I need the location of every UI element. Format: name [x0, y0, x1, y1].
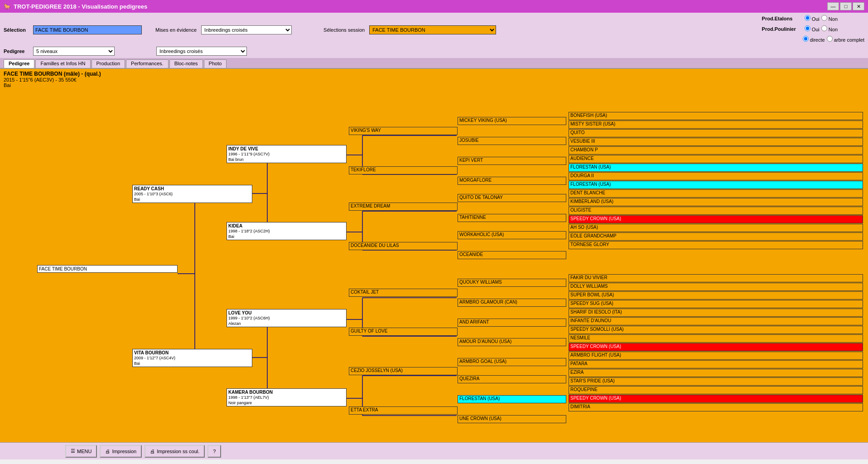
directe-row: directe arbre complet — [762, 36, 864, 43]
node-face-time-bourbon[interactable]: FACE TIME BOURBON — [37, 265, 178, 273]
node-tekiflore[interactable]: TEKIFLORE — [349, 166, 458, 174]
node-quito[interactable]: QUITO — [569, 129, 863, 137]
pedigree-content: FACE TIME BOURBON (mâle) - (qual.) 2015 … — [0, 69, 868, 459]
prod-poulinier-row: Prod.Poulinier Oui Non — [762, 25, 864, 32]
node-patara[interactable]: PATARA — [569, 360, 863, 368]
tabs-container: Pedigree Familles et Infos HN Production… — [0, 58, 868, 69]
node-kepi-vert[interactable]: KEPI VERT — [458, 157, 566, 165]
prod-etalons-oui-radio[interactable]: Oui — [805, 15, 820, 22]
node-speedy-sug[interactable]: SPEEDY SUG (USA) — [569, 300, 863, 308]
node-etta-extra[interactable]: ETTA EXTRA — [349, 406, 458, 415]
node-doceanide-du-lilas[interactable]: DOCEANIDE DU LILAS — [349, 242, 458, 250]
horse-year: 2015 - 1'15"6 (AEC3V) - 35 550€ — [4, 77, 101, 82]
toolbar-row1: Sélection Mises en évidence Inbreedings … — [0, 13, 868, 47]
node-speedy-crown-2[interactable]: SPEEDY CROWN (USA) — [569, 343, 863, 351]
node-armbro-goal[interactable]: ARMBRO GOAL (USA) — [458, 358, 566, 366]
toolbar-row2: Pedigree 5 niveaux Inbreedings croisés — [0, 47, 868, 58]
node-misty-sister[interactable]: MISTY SISTER (USA) — [569, 121, 863, 129]
arbre-complet-radio[interactable]: arbre complet — [827, 36, 864, 43]
impression-button[interactable]: 🖨 Impression — [100, 445, 142, 458]
node-armbro-glamour[interactable]: ARMBRO GLAMOUR (CAN) — [458, 299, 566, 307]
selection-input[interactable] — [33, 25, 142, 34]
node-stars-pride[interactable]: STAR'S PRIDE (USA) — [569, 377, 863, 386]
window-controls[interactable]: — □ ✕ — [827, 2, 864, 10]
node-vita-bourbon[interactable]: VITA BOURBON 2009 - 1'12"7 (ASC4V) Bai — [132, 349, 252, 367]
node-kimberland[interactable]: KIMBERLAND (USA) — [569, 198, 863, 206]
node-kidea[interactable]: KIDEA 1998 - 1'18"2 (ASC2H) Bai — [227, 222, 347, 240]
node-ready-cash[interactable]: READY CASH 2005 - 1'10"3 (ASC6) Bai — [132, 185, 252, 203]
node-amour-daunou[interactable]: AMOUR D'AUNOU (USA) — [458, 338, 566, 346]
node-dolly-williams[interactable]: DOLLY WILLIAMS — [569, 283, 863, 291]
pedigree-select[interactable]: 5 niveaux — [33, 47, 115, 56]
node-super-bowl[interactable]: SUPER BOWL (USA) — [569, 291, 863, 300]
tab-familles[interactable]: Familles et Infos HN — [35, 59, 90, 68]
prod-poulinier-oui-radio[interactable]: Oui — [805, 25, 820, 32]
node-quouky-williams[interactable]: QUOUKY WILLIAMS — [458, 279, 566, 287]
node-eole-grandchamp[interactable]: EOLE GRANDCHAMP — [569, 232, 863, 241]
node-extreme-dream[interactable]: EXTREME DREAM — [349, 203, 458, 211]
node-tornese-glory[interactable]: TORNESE GLORY — [569, 241, 863, 249]
node-speedy-somolli[interactable]: SPEEDY SOMOLLI (USA) — [569, 326, 863, 334]
node-ezira[interactable]: EZIRA — [569, 369, 863, 377]
help-button[interactable]: ? — [207, 445, 221, 458]
tab-bloc-notes[interactable]: Bloc-notes — [169, 59, 203, 68]
impression-ss-coul-button[interactable]: 🖨 Impression ss coul. — [145, 445, 205, 458]
node-oceanide[interactable]: OCEANIDE — [458, 251, 566, 259]
node-fakir-du-vivier[interactable]: FAKIR DU VIVIER — [569, 274, 863, 282]
tab-pedigree[interactable]: Pedigree — [4, 59, 34, 68]
maximize-button[interactable]: □ — [840, 2, 852, 10]
node-audience[interactable]: AUDIENCE — [569, 155, 863, 163]
node-dourga-ii[interactable]: DOURGA II — [569, 172, 863, 180]
menu-button[interactable]: ☰ MENU — [65, 445, 97, 458]
tab-production[interactable]: Production — [92, 59, 125, 68]
close-button[interactable]: ✕ — [853, 2, 864, 10]
node-florestan-usa-gen4[interactable]: FLORESTAN (USA) — [458, 395, 566, 403]
prod-poulinier-non-radio[interactable]: Non — [821, 25, 838, 32]
node-coktail-jet[interactable]: COKTAIL JET — [349, 289, 458, 297]
node-oligiste[interactable]: OLIGISTE — [569, 207, 863, 215]
node-florestan-usa-2[interactable]: FLORESTAN (USA) — [569, 181, 863, 189]
pedigree-label: Pedigree — [4, 48, 29, 54]
horse-color: Bai — [4, 82, 101, 88]
node-love-you[interactable]: LOVE YOU 1999 - 1'10"2 (ASC6H) Alezan — [227, 309, 347, 327]
node-bonefish[interactable]: BONEFISH (USA) — [569, 112, 863, 120]
node-indy-de-vive[interactable]: INDY DE VIVE 1996 - 1'11"9 (ASC7V) Bai b… — [227, 145, 347, 163]
node-speedy-crown-1[interactable]: SPEEDY CROWN (USA) — [569, 215, 863, 223]
minimize-button[interactable]: — — [827, 2, 839, 10]
node-morgaflore[interactable]: MORGAFLORE — [458, 177, 566, 185]
node-tahitienne[interactable]: TAHITIENNE — [458, 214, 566, 222]
prod-etalons-row: Prod.Etalons Oui Non — [762, 15, 864, 22]
mises-en-evidence-select[interactable]: Inbreedings croisés — [201, 25, 292, 34]
tab-performances[interactable]: Performances. — [126, 59, 169, 68]
session-select[interactable]: FACE TIME BOURBON — [369, 25, 496, 34]
node-mickey-viking[interactable]: MICKEY VIKING (USA) — [458, 117, 566, 125]
node-quito-de-talonay[interactable]: QUITO DE TALONAY — [458, 194, 566, 202]
node-workaholic[interactable]: WORKAHOLIC (USA) — [458, 231, 566, 239]
prod-etalons-non-radio[interactable]: Non — [821, 15, 838, 22]
node-speedy-crown-3[interactable]: SPEEDY CROWN (USA) — [569, 395, 863, 403]
directe-radio[interactable]: directe — [803, 36, 825, 43]
node-vesubie-iii[interactable]: VESUBIE III — [569, 138, 863, 146]
node-infante-daunou[interactable]: INFANTE D'AUNOU — [569, 317, 863, 325]
node-and-arifant[interactable]: AND ARIFANT — [458, 319, 566, 327]
node-une-crown[interactable]: UNE CROWN (USA) — [458, 415, 566, 423]
node-dent-blanche[interactable]: DENT BLANCHE — [569, 189, 863, 198]
node-sharif-di-iesolo[interactable]: SHARIF DI IESOLO (ITA) — [569, 309, 863, 317]
node-josubie[interactable]: JOSUBIE — [458, 137, 566, 145]
node-vikings-way[interactable]: VIKING'S WAY — [349, 127, 458, 135]
node-cezio-josselyn[interactable]: CEZIO JOSSELYN (USA) — [349, 367, 458, 375]
node-ah-so[interactable]: AH SO (USA) — [569, 224, 863, 232]
node-kamera-bourbon[interactable]: KAMERA BOURBON 1998 - 1'13"7 (AEL7V) Noi… — [227, 388, 347, 406]
tab-photo[interactable]: Photo — [204, 59, 227, 68]
node-roquepine[interactable]: ROQUEPINE — [569, 386, 863, 394]
node-dimitria[interactable]: DIMITRIA — [569, 403, 863, 411]
node-nesmile[interactable]: NESMILE — [569, 334, 863, 343]
horse-info: FACE TIME BOURBON (mâle) - (qual.) 2015 … — [4, 71, 101, 88]
node-guilty-of-love[interactable]: GUILTY OF LOVE — [349, 328, 458, 336]
toolbar: Sélection Mises en évidence Inbreedings … — [0, 13, 868, 58]
node-quezira[interactable]: QUEZIRA — [458, 375, 566, 383]
node-armbro-flight[interactable]: ARMBRO FLIGHT (USA) — [569, 352, 863, 360]
inbreedings-select[interactable]: Inbreedings croisés — [156, 47, 247, 56]
node-chambon-p[interactable]: CHAMBON P — [569, 146, 863, 155]
node-florestan-usa-1[interactable]: FLORESTAN (USA) — [569, 164, 863, 172]
